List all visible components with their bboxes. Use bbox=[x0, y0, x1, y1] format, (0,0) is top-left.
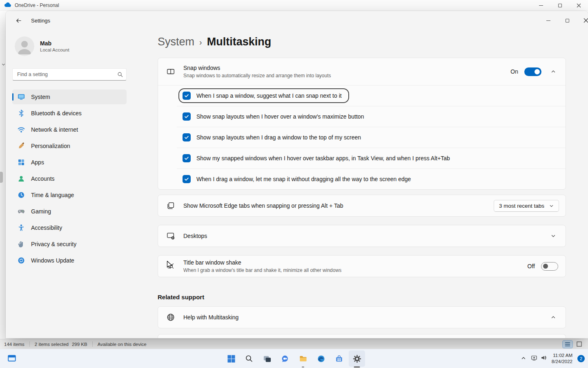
sidebar-item-system[interactable]: System bbox=[12, 90, 127, 104]
paintbrush-icon bbox=[17, 142, 25, 150]
desktops-header[interactable]: Desktops bbox=[158, 225, 566, 247]
file-explorer-button[interactable] bbox=[295, 350, 311, 367]
page-title: Multitasking bbox=[207, 36, 272, 48]
breadcrumb: System › Multitasking bbox=[158, 34, 566, 49]
settings-main: System › Multitasking Snap windows Snap … bbox=[133, 30, 588, 338]
search-icon bbox=[245, 355, 253, 363]
chat-bubble-icon bbox=[281, 355, 290, 363]
notification-badge[interactable]: 2 bbox=[577, 355, 585, 362]
snap-option-label[interactable]: Show my snapped windows when I hover ove… bbox=[196, 155, 450, 162]
background-minimize-button[interactable] bbox=[532, 0, 550, 11]
checkbox-checked[interactable] bbox=[183, 175, 191, 183]
settings-sidebar: Mab Local Account System bbox=[6, 30, 133, 338]
statusbar-availability: Available on this device bbox=[98, 342, 147, 347]
sidebar-item-label: Gaming bbox=[31, 208, 51, 215]
help-header[interactable]: Help with Multitasking bbox=[158, 307, 566, 328]
statusbar: 144 items 2 items selected 299 KB Availa… bbox=[0, 339, 588, 349]
sidebar-item-accessibility[interactable]: Accessibility bbox=[12, 220, 127, 235]
avatar bbox=[15, 36, 34, 56]
chevron-up-icon[interactable] bbox=[548, 315, 559, 320]
checkbox-checked[interactable] bbox=[183, 112, 191, 121]
snap-option-row: Show snap layouts when I hover over a wi… bbox=[158, 106, 566, 127]
background-chevron-down-icon[interactable] bbox=[1, 61, 6, 68]
edge-browser-button[interactable] bbox=[313, 350, 329, 367]
edge-icon bbox=[317, 355, 325, 363]
statusbar-divider bbox=[92, 341, 93, 347]
snap-option-row: Show snap layouts when I drag a window t… bbox=[158, 127, 566, 148]
edge-tabs-value: 3 most recent tabs bbox=[499, 203, 544, 209]
chevron-down-icon[interactable] bbox=[548, 233, 559, 238]
check-icon bbox=[184, 156, 189, 161]
maximize-icon bbox=[558, 4, 562, 7]
sidebar-item-apps[interactable]: Apps bbox=[12, 155, 127, 170]
sidebar-item-time-language[interactable]: Time & language bbox=[12, 188, 127, 202]
settings-close-button[interactable] bbox=[577, 11, 588, 30]
title-bar-shake-card: Title bar window shake When I grab a win… bbox=[158, 255, 566, 277]
onedrive-cloud-icon bbox=[4, 2, 11, 9]
check-icon bbox=[184, 177, 189, 182]
close-icon bbox=[577, 3, 581, 8]
partially-visible-card bbox=[158, 334, 566, 338]
sidebar-item-label: Apps bbox=[31, 159, 44, 166]
snap-option-label[interactable]: When I snap a window, suggest what I can… bbox=[196, 92, 342, 99]
background-maximize-button[interactable] bbox=[550, 0, 569, 11]
taskbar-clock[interactable]: 11:02 AM 8/24/2022 bbox=[552, 352, 572, 365]
thumbnail-view-button[interactable] bbox=[574, 341, 584, 348]
title-bar-shake-toggle[interactable] bbox=[541, 262, 558, 271]
thumbnail-view-icon bbox=[577, 341, 582, 347]
settings-window: Settings Mab Local Account bbox=[6, 11, 588, 338]
folder-icon bbox=[299, 355, 307, 363]
settings-app-button[interactable] bbox=[349, 350, 365, 367]
snap-windows-toggle[interactable] bbox=[524, 67, 541, 76]
sidebar-item-privacy-security[interactable]: Privacy & security bbox=[12, 237, 127, 251]
start-button[interactable] bbox=[223, 350, 239, 367]
settings-window-title: Settings bbox=[31, 18, 50, 24]
background-scrollbar-thumb[interactable] bbox=[0, 172, 3, 183]
sidebar-item-windows-update[interactable]: Windows Update bbox=[12, 253, 127, 268]
snap-option-label[interactable]: When I drag a window, let me snap it wit… bbox=[196, 176, 411, 182]
edge-tabs-dropdown[interactable]: 3 most recent tabs bbox=[494, 200, 559, 212]
settings-maximize-button[interactable] bbox=[558, 11, 577, 30]
sidebar-item-label: Personalization bbox=[31, 143, 70, 149]
checkbox-checked[interactable] bbox=[183, 154, 191, 162]
breadcrumb-chevron-icon: › bbox=[199, 38, 202, 47]
snap-option-label[interactable]: Show snap layouts when I hover over a wi… bbox=[196, 113, 364, 120]
person-icon bbox=[17, 175, 25, 183]
sidebar-item-network-internet[interactable]: Network & internet bbox=[12, 122, 127, 137]
account-block[interactable]: Mab Local Account bbox=[12, 35, 127, 58]
blue-window-icon bbox=[7, 354, 17, 364]
microsoft-store-button[interactable] bbox=[331, 350, 347, 367]
network-icon[interactable] bbox=[531, 355, 537, 363]
sidebar-item-personalization[interactable]: Personalization bbox=[12, 139, 127, 153]
sidebar-item-label: Network & internet bbox=[31, 126, 78, 133]
focus-ring: When I snap a window, suggest what I can… bbox=[178, 88, 349, 103]
chat-button[interactable] bbox=[277, 350, 293, 367]
settings-minimize-button[interactable] bbox=[539, 11, 558, 30]
breadcrumb-root[interactable]: System bbox=[158, 36, 194, 48]
sidebar-item-label: Accounts bbox=[31, 175, 55, 182]
snap-option-row: Show my snapped windows when I hover ove… bbox=[158, 148, 566, 168]
windows-logo-icon bbox=[227, 355, 236, 363]
checkbox-checked[interactable] bbox=[183, 92, 191, 100]
background-close-button[interactable] bbox=[569, 0, 588, 11]
snap-windows-icon bbox=[165, 67, 177, 76]
back-arrow-icon bbox=[16, 18, 22, 24]
search-button[interactable] bbox=[241, 350, 257, 367]
sidebar-item-bluetooth-devices[interactable]: Bluetooth & devices bbox=[12, 106, 127, 121]
volume-icon[interactable] bbox=[540, 355, 547, 363]
details-view-button[interactable] bbox=[563, 341, 572, 348]
taskbar-corner-pinned-app[interactable] bbox=[5, 352, 19, 366]
back-button[interactable] bbox=[11, 14, 25, 27]
sidebar-item-gaming[interactable]: Gaming bbox=[12, 204, 127, 219]
checkbox-checked[interactable] bbox=[183, 133, 191, 141]
hidden-icons-chevron-icon[interactable] bbox=[521, 355, 526, 362]
check-icon bbox=[184, 93, 189, 98]
sidebar-item-accounts[interactable]: Accounts bbox=[12, 171, 127, 186]
task-view-button[interactable] bbox=[259, 350, 275, 367]
snap-option-label[interactable]: Show snap layouts when I drag a window t… bbox=[196, 134, 361, 141]
chevron-up-icon[interactable] bbox=[548, 69, 559, 74]
edge-tabs-card: Show Microsoft Edge tabs when snapping o… bbox=[158, 195, 566, 217]
list-view-icon bbox=[565, 342, 570, 347]
search-input[interactable] bbox=[12, 68, 127, 81]
snap-windows-header[interactable]: Snap windows Snap windows to automatical… bbox=[158, 58, 566, 85]
